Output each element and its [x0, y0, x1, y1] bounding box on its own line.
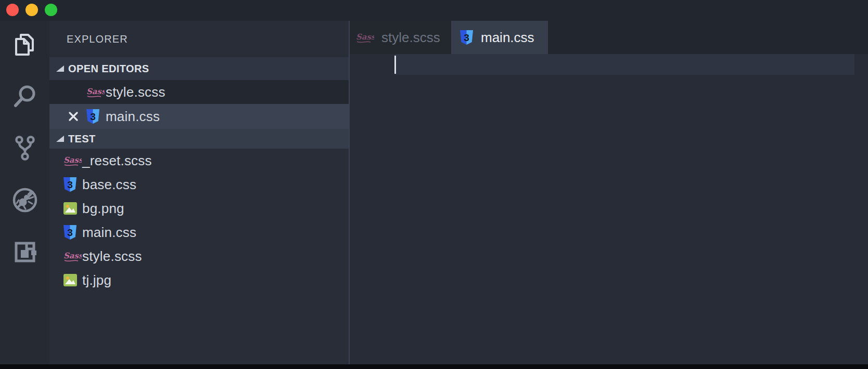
css-icon: 3	[63, 177, 77, 193]
svg-text:3: 3	[90, 111, 96, 122]
file-name: main.css	[82, 225, 136, 241]
tree-item[interactable]: Sassstyle.scss	[49, 244, 349, 268]
editor-group: Sassstyle.scss3main.css	[349, 21, 868, 364]
text-cursor	[394, 56, 396, 74]
sidebar-explorer: EXPLORER OPEN EDITORS Sassstyle.scss3mai…	[49, 21, 349, 364]
tab-bar: Sassstyle.scss3main.css	[350, 21, 868, 54]
open-editor-item[interactable]: 3main.css	[49, 104, 349, 129]
editor-pane[interactable]	[350, 54, 868, 364]
file-name: tj.jpg	[82, 272, 111, 288]
tree-item[interactable]: 3base.css	[49, 173, 349, 196]
svg-text:3: 3	[464, 32, 469, 43]
current-line-highlight	[394, 54, 854, 75]
twisty-expanded-icon	[56, 65, 64, 72]
svg-text:Sass: Sass	[63, 251, 82, 260]
traffic-light-minimize[interactable]	[25, 4, 38, 16]
file-tree: Sass_reset.scss3base.cssbg.png3main.cssS…	[49, 149, 349, 292]
file-name: main.css	[106, 109, 160, 125]
image-icon	[63, 273, 78, 287]
svg-text:3: 3	[67, 179, 73, 190]
window-bottom-edge	[0, 364, 868, 369]
section-label: OPEN EDITORS	[68, 63, 149, 75]
file-name: bg.png	[82, 201, 124, 217]
sass-icon: Sass	[63, 153, 82, 168]
source-control-icon	[12, 135, 37, 163]
activity-item-extensions[interactable]	[0, 234, 49, 272]
svg-text:3: 3	[67, 227, 73, 238]
workbench: EXPLORER OPEN EDITORS Sassstyle.scss3mai…	[0, 21, 868, 364]
titlebar	[0, 0, 868, 21]
editor-tab[interactable]: 3main.css	[451, 21, 548, 54]
tab-label: style.scss	[381, 30, 440, 46]
twisty-expanded-icon	[56, 136, 64, 142]
sass-icon: Sass	[63, 249, 82, 263]
svg-text:Sass: Sass	[63, 155, 82, 165]
extensions-icon	[12, 239, 38, 267]
open-editor-item[interactable]: Sassstyle.scss	[49, 80, 349, 104]
editor-tab[interactable]: Sassstyle.scss	[350, 21, 451, 54]
tab-label: main.css	[481, 30, 534, 46]
sidebar-title: EXPLORER	[49, 21, 349, 57]
sass-icon: Sass	[355, 30, 374, 45]
traffic-light-close[interactable]	[6, 4, 19, 16]
tree-item[interactable]: tj.jpg	[49, 268, 349, 292]
tree-item[interactable]: 3main.css	[49, 220, 349, 244]
tree-item[interactable]: Sass_reset.scss	[49, 149, 349, 173]
section-header-open-editors[interactable]: OPEN EDITORS	[49, 57, 349, 80]
activity-item-debug[interactable]	[0, 182, 49, 220]
file-name: base.css	[82, 177, 136, 193]
traffic-light-zoom[interactable]	[45, 4, 57, 16]
open-editors-list: Sassstyle.scss3main.css	[49, 80, 349, 129]
svg-text:Sass: Sass	[356, 32, 374, 42]
vscode-window: EXPLORER OPEN EDITORS Sassstyle.scss3mai…	[0, 0, 868, 369]
activity-bar	[0, 21, 49, 364]
css-icon: 3	[459, 30, 474, 46]
css-icon: 3	[86, 109, 100, 125]
file-name: style.scss	[82, 248, 142, 265]
tree-item[interactable]: bg.png	[49, 196, 349, 220]
image-icon	[63, 201, 78, 216]
svg-text:Sass: Sass	[86, 87, 105, 96]
search-icon	[12, 84, 37, 112]
section-header-folder[interactable]: TEST	[49, 129, 349, 149]
file-name: _reset.scss	[82, 153, 152, 169]
activity-item-files[interactable]	[0, 27, 49, 64]
sass-icon: Sass	[86, 85, 105, 99]
files-icon	[14, 32, 36, 59]
activity-item-search[interactable]	[0, 79, 49, 116]
activity-item-source-control[interactable]	[0, 130, 49, 168]
debug-icon	[11, 187, 39, 216]
file-name: style.scss	[106, 84, 165, 100]
css-icon: 3	[63, 225, 77, 241]
section-label: TEST	[68, 133, 96, 145]
close-icon[interactable]	[67, 110, 80, 123]
